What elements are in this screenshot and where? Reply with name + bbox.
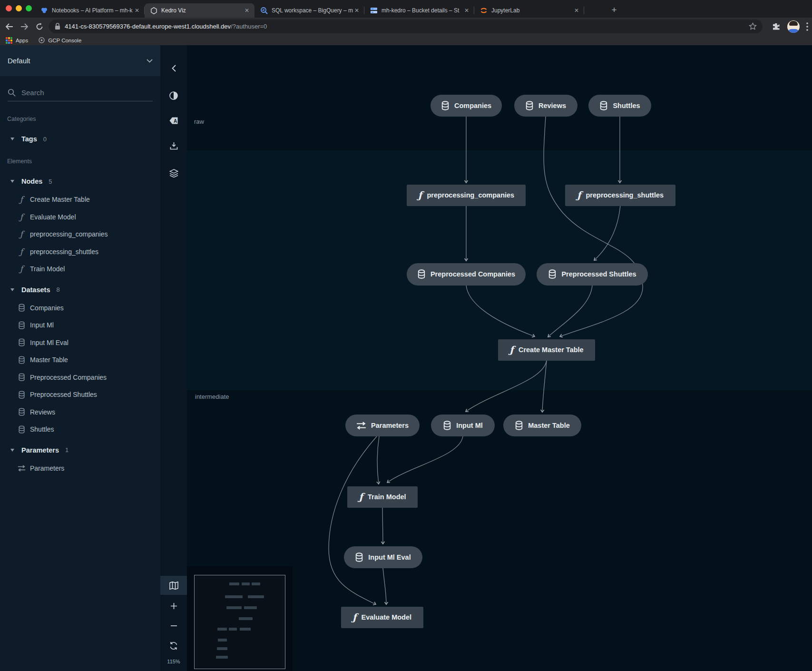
flowchart-toolbar: A 115% [160,45,187,671]
collapse-arrow-icon[interactable] [10,449,14,452]
browser-chrome: Notebooks – AI Platform – mh-k✕Kedro Viz… [0,0,812,45]
search-bar[interactable] [8,89,153,101]
sidebar-item-input-ml-eval[interactable]: Input Ml Eval [0,338,160,346]
url-bar[interactable]: 4141-cs-830579569376-default.europe-west… [49,20,763,33]
close-tab-icon[interactable]: ✕ [353,7,361,14]
collapse-arrow-icon[interactable] [10,138,14,140]
collapse-arrow-icon[interactable] [10,288,14,291]
pipeline-flowchart[interactable]: rawintermediateCompaniesReviewsShuttlesƒ… [187,45,812,671]
zoom-in-button[interactable] [160,596,187,615]
flowchart-node-preprocessed_shuttles[interactable]: Preprocessed Shuttles [537,263,648,286]
close-tab-icon[interactable]: ✕ [243,7,251,14]
sidebar-item-create-master-table[interactable]: ƒCreate Master Table [0,196,160,204]
sidebar-section-parameters[interactable]: Parameters1 [0,445,160,455]
close-window-button[interactable] [6,5,12,11]
function-icon: ƒ [20,212,23,222]
toggle-minimap-button[interactable] [160,576,187,595]
node-label: Input Ml [456,422,483,429]
browser-tab-kedro-viz[interactable]: Kedro Viz✕ [145,3,254,18]
flowchart-node-evaluate_model[interactable]: ƒEvaluate Model [341,607,423,628]
profile-avatar[interactable] [787,20,800,33]
flowchart-node-shuttles[interactable]: Shuttles [588,95,651,117]
reset-zoom-button[interactable] [160,636,187,655]
pipeline-selector[interactable]: Default [0,45,160,76]
node-label: Master Table [528,422,570,429]
bookmark-apps[interactable]: Apps [6,37,28,44]
sidebar-item-evaluate-model[interactable]: ƒEvaluate Model [0,213,160,221]
theme-toggle-button[interactable] [160,86,187,105]
sidebar-item-parameters[interactable]: Parameters [0,464,160,472]
database-icon [18,356,25,364]
sidebar-item-preprocessed-shuttles[interactable]: Preprocessed Shuttles [0,391,160,399]
sidebar-section-datasets[interactable]: Datasets8 [0,285,160,295]
toggle-layers-button[interactable] [160,164,187,183]
browser-tab-sql-workspace-bigquery-m[interactable]: SQL workspace – BigQuery – m✕ [254,3,364,18]
flowchart-node-create_master_table[interactable]: ƒCreate Master Table [498,339,595,361]
minimize-window-button[interactable] [16,5,22,11]
kedro-sidebar: Default CategoriesTags0ElementsNodes5ƒCr… [0,45,160,671]
flowchart-node-preprocessing_shuttles[interactable]: ƒpreprocessing_shuttles [565,185,675,206]
browser-tab-notebooks-ai-platform-mh-k[interactable]: Notebooks – AI Platform – mh-k✕ [35,3,145,18]
search-input[interactable] [21,89,131,97]
plus-icon [170,602,177,610]
minimap-node-bar [252,582,260,585]
flowchart-node-reviews[interactable]: Reviews [514,95,577,117]
new-tab-button[interactable]: + [608,4,620,16]
close-tab-icon[interactable]: ✕ [573,7,580,14]
node-label: Train Model [368,493,406,501]
sidebar-group-heading: Elements [7,158,160,165]
window-controls[interactable] [6,5,32,11]
sidebar-item-companies[interactable]: Companies [0,304,160,312]
item-label: Companies [30,304,64,312]
export-button[interactable] [160,136,187,155]
sidebar-item-master-table[interactable]: Master Table [0,356,160,364]
bookmarks-bar: Apps GCP Console [0,35,812,45]
sidebar-item-preprocessed-companies[interactable]: Preprocessed Companies [0,373,160,381]
flowchart-node-parameters[interactable]: Parameters [345,414,420,436]
sidebar-item-reviews[interactable]: Reviews [0,408,160,416]
sidebar-item-preprocessing-companies[interactable]: ƒpreprocessing_companies [0,230,160,238]
flowchart-node-input_ml_eval[interactable]: Input Ml Eval [344,546,422,568]
item-label: Train Model [30,265,65,273]
node-label: Parameters [371,422,409,429]
browser-tab-jupyterlab[interactable]: JupyterLab✕ [474,3,584,18]
edge-preprocessed_companies-to-create_master_table [466,286,535,336]
function-icon: ƒ [20,229,23,239]
item-label: preprocessing_companies [30,230,108,238]
flowchart-node-preprocessed_companies[interactable]: Preprocessed Companies [407,263,526,286]
sidebar-section-nodes[interactable]: Nodes5 [0,177,160,186]
flowchart-node-companies[interactable]: Companies [430,95,502,117]
database-icon [525,101,534,110]
apps-grid-icon [6,37,12,44]
flowchart-node-master_table[interactable]: Master Table [503,414,581,436]
item-label: Shuttles [30,425,54,433]
sidebar-item-train-model[interactable]: ƒTrain Model [0,265,160,273]
flowchart-node-train_model[interactable]: ƒTrain Model [347,486,418,508]
close-tab-icon[interactable]: ✕ [133,7,141,14]
browser-tab-mh-kedro-bucket-details-st[interactable]: mh-kedro – Bucket details – St✕ [364,3,474,18]
sidebar-section-tags[interactable]: Tags0 [0,134,160,144]
sidebar-item-input-ml[interactable]: Input Ml [0,321,160,329]
extensions-puzzle-icon[interactable] [772,22,781,31]
toggle-labels-button[interactable]: A [160,111,187,130]
bookmark-star-icon[interactable] [749,22,757,30]
collapse-sidebar-button[interactable] [160,59,187,78]
label-tag-icon: A [169,117,178,124]
sidebar-item-shuttles[interactable]: Shuttles [0,425,160,434]
zoom-out-button[interactable] [160,616,187,635]
minimap-node-bar [217,628,227,631]
gcp-console-icon [39,37,45,43]
collapse-arrow-icon[interactable] [10,180,14,183]
browser-menu-kebab-icon[interactable] [806,22,808,31]
close-tab-icon[interactable]: ✕ [463,7,470,14]
sidebar-item-preprocessing-shuttles[interactable]: ƒpreprocessing_shuttles [0,247,160,256]
flowchart-node-preprocessing_companies[interactable]: ƒpreprocessing_companies [407,185,526,206]
browser-tabs: Notebooks – AI Platform – mh-k✕Kedro Viz… [35,3,584,18]
reload-button[interactable] [33,20,46,33]
flowchart-node-input_ml[interactable]: Input Ml [431,414,495,436]
bookmark-gcp-console[interactable]: GCP Console [39,37,81,43]
section-count: 1 [65,446,68,454]
back-button[interactable] [3,20,15,33]
forward-button[interactable] [18,20,30,33]
fullscreen-window-button[interactable] [26,5,32,11]
